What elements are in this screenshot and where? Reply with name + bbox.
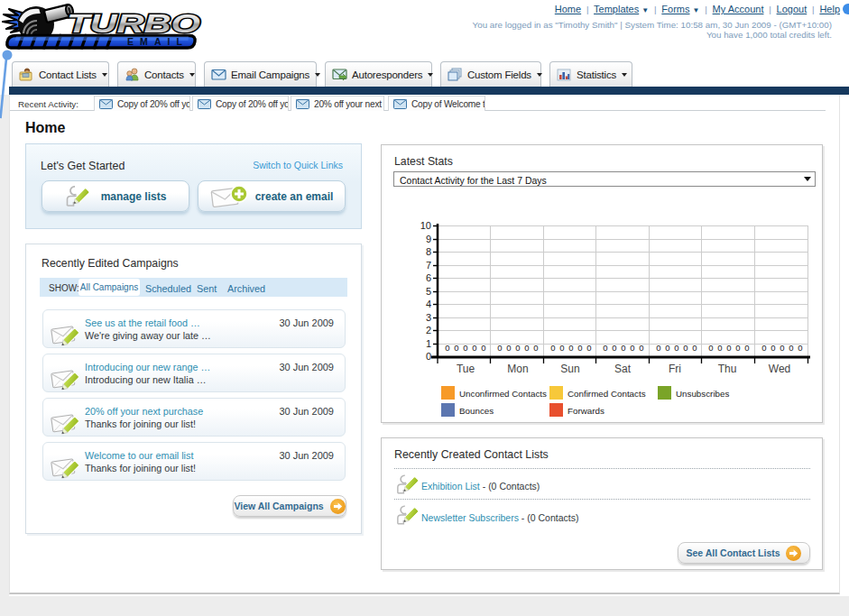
svg-text:0: 0: [559, 343, 564, 353]
svg-text:Sun: Sun: [560, 363, 579, 375]
svg-text:2: 2: [426, 325, 431, 336]
svg-text:TURBO: TURBO: [67, 9, 201, 38]
svg-text:0: 0: [780, 343, 784, 353]
svg-text:0: 0: [533, 343, 538, 353]
svg-text:0: 0: [726, 343, 731, 353]
svg-text:9: 9: [426, 234, 431, 244]
svg-text:0: 0: [708, 343, 713, 353]
svg-text:0: 0: [577, 343, 582, 353]
svg-text:10: 10: [420, 220, 431, 231]
svg-text:5: 5: [426, 286, 431, 297]
svg-text:Tue: Tue: [457, 363, 475, 375]
svg-text:3: 3: [426, 312, 431, 323]
svg-text:0: 0: [665, 343, 669, 353]
svg-text:0: 0: [497, 343, 502, 353]
svg-text:0: 0: [472, 343, 476, 353]
svg-text:Mon: Mon: [507, 363, 528, 375]
svg-text:0: 0: [550, 343, 555, 353]
svg-text:0: 0: [463, 343, 467, 353]
svg-text:0: 0: [612, 343, 616, 353]
svg-text:0: 0: [639, 343, 643, 353]
svg-text:6: 6: [426, 272, 431, 283]
svg-text:0: 0: [789, 343, 793, 353]
svg-text:0: 0: [761, 343, 766, 353]
svg-text:1: 1: [426, 338, 431, 349]
svg-text:0: 0: [524, 343, 529, 353]
svg-text:0: 0: [568, 343, 573, 353]
svg-text:0: 0: [744, 343, 749, 353]
svg-text:EMAIL: EMAIL: [127, 36, 188, 47]
svg-text:0: 0: [603, 343, 607, 353]
svg-text:0: 0: [515, 343, 520, 353]
svg-text:Fri: Fri: [669, 363, 681, 375]
svg-text:0: 0: [798, 343, 802, 353]
svg-text:0: 0: [692, 343, 697, 353]
svg-text:Sat: Sat: [614, 363, 632, 375]
svg-text:0: 0: [683, 343, 688, 353]
svg-text:0: 0: [717, 343, 722, 353]
svg-text:7: 7: [426, 260, 431, 271]
svg-text:Thu: Thu: [718, 363, 737, 375]
svg-text:0: 0: [735, 343, 740, 353]
svg-text:4: 4: [426, 299, 431, 309]
svg-text:0: 0: [454, 343, 458, 353]
svg-text:0: 0: [621, 343, 625, 353]
svg-text:0: 0: [630, 343, 634, 353]
svg-text:0: 0: [506, 343, 511, 353]
svg-text:0: 0: [771, 343, 775, 353]
svg-text:Wed: Wed: [769, 363, 790, 375]
svg-text:0: 0: [586, 343, 591, 353]
svg-text:0: 0: [674, 343, 678, 353]
svg-text:8: 8: [426, 246, 431, 257]
svg-text:0: 0: [445, 343, 449, 353]
svg-text:0: 0: [656, 343, 660, 353]
svg-text:0: 0: [426, 351, 431, 362]
svg-text:0: 0: [481, 343, 485, 353]
